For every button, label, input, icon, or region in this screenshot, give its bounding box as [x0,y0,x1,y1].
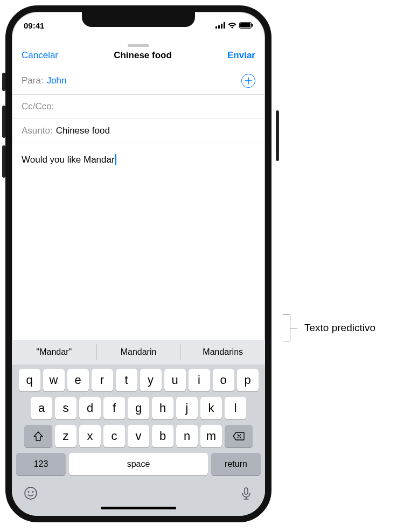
keyboard: "Mandar" Mandarin Mandarins q w e r t y … [12,340,265,516]
key-q[interactable]: q [19,369,40,391]
keyboard-row-3: z x c v b n m [14,425,263,447]
svg-rect-2 [221,24,222,29]
key-y[interactable]: y [140,369,162,391]
key-o[interactable]: o [213,369,234,391]
battery-icon [239,22,253,29]
notch [82,12,195,27]
subject-value: Chinese food [56,125,110,136]
key-a[interactable]: a [31,397,52,419]
key-t[interactable]: t [116,369,137,391]
plus-icon [245,77,252,85]
key-b[interactable]: b [152,425,173,447]
cancel-button[interactable]: Cancelar [22,50,58,61]
keyboard-row-1: q w e r t y u i o p [14,369,263,391]
key-z[interactable]: z [55,425,76,447]
cc-field[interactable]: Cc/Cco: [12,95,265,119]
svg-rect-6 [252,24,253,27]
key-i[interactable]: i [189,369,210,391]
key-c[interactable]: c [103,425,125,447]
side-button[interactable] [276,110,279,161]
callout-bracket [283,314,290,341]
callout-label: Texto predictivo [304,322,375,334]
emoji-icon[interactable] [24,486,38,500]
svg-point-7 [25,487,37,499]
predictive-suggestion[interactable]: Mandarin [96,340,181,365]
space-key[interactable]: space [69,453,208,475]
predictive-suggestion[interactable]: Mandarins [180,340,265,365]
subject-label: Asunto: [22,125,53,136]
keyboard-rows: q w e r t y u i o p a s d f g h j k l [12,365,265,483]
svg-rect-5 [240,23,250,27]
key-m[interactable]: m [200,425,222,447]
key-h[interactable]: h [152,397,173,419]
status-time: 09:41 [24,21,44,30]
cellular-icon [215,22,225,29]
mic-icon[interactable] [239,486,253,500]
key-u[interactable]: u [164,369,186,391]
message-body[interactable]: Would you like Mandar [12,143,265,176]
callout: Texto predictivo [283,314,375,341]
key-p[interactable]: p [237,369,259,391]
predictive-suggestion[interactable]: "Mandar" [12,340,96,365]
backspace-icon [233,432,245,440]
text-cursor [115,154,116,165]
wifi-icon [228,22,236,29]
phone-frame: 09:41 Cancelar Chinese food Enviar Para:… [5,5,271,522]
key-e[interactable]: e [67,369,89,391]
home-indicator[interactable] [101,507,176,509]
key-w[interactable]: w [43,369,65,391]
svg-rect-10 [245,488,248,494]
to-recipient[interactable]: John [47,75,67,86]
svg-rect-0 [215,26,217,29]
svg-rect-3 [224,22,225,29]
subject-field[interactable]: Asunto: Chinese food [12,119,265,143]
key-r[interactable]: r [92,369,113,391]
backspace-key[interactable] [225,425,253,447]
keyboard-bottom-bar [12,483,265,500]
add-contact-button[interactable] [241,74,255,88]
svg-rect-1 [218,25,220,29]
to-field[interactable]: Para: John [12,67,265,95]
numbers-key[interactable]: 123 [16,453,66,475]
key-j[interactable]: j [176,397,198,419]
key-k[interactable]: k [200,397,222,419]
key-g[interactable]: g [128,397,149,419]
svg-point-8 [28,491,30,493]
shift-icon [33,431,44,442]
key-v[interactable]: v [128,425,149,447]
cc-label: Cc/Cco: [22,101,54,112]
send-button[interactable]: Enviar [227,50,255,61]
key-s[interactable]: s [55,397,76,419]
return-key[interactable]: return [211,453,261,475]
keyboard-row-2: a s d f g h j k l [14,397,263,419]
key-f[interactable]: f [103,397,125,419]
key-l[interactable]: l [225,397,246,419]
key-d[interactable]: d [79,397,101,419]
to-label: Para: [22,75,44,86]
key-n[interactable]: n [176,425,198,447]
keyboard-row-4: 123 space return [14,453,263,475]
status-indicators [215,22,253,29]
sheet-handle[interactable] [128,44,149,47]
svg-point-9 [32,491,34,493]
shift-key[interactable] [24,425,52,447]
compose-header: Cancelar Chinese food Enviar [12,50,265,67]
body-text: Would you like Mandar [22,155,115,165]
key-x[interactable]: x [79,425,101,447]
compose-title: Chinese food [114,50,172,61]
predictive-bar: "Mandar" Mandarin Mandarins [12,340,265,365]
